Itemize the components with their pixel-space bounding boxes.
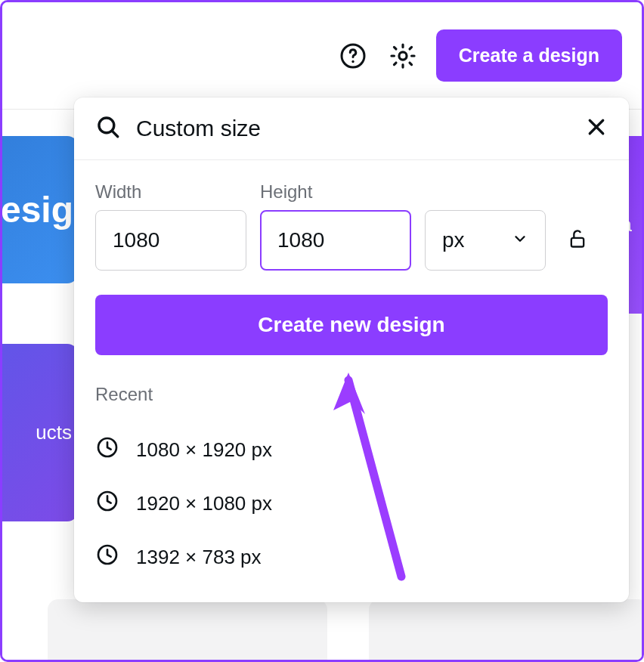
svg-point-1	[351, 60, 354, 62]
clock-icon	[95, 543, 119, 572]
help-icon[interactable]	[336, 39, 370, 73]
custom-size-popover: Custom size Width Height px	[74, 97, 629, 602]
height-label: Height	[260, 181, 411, 203]
recent-item-label: 1920 × 1080 px	[136, 492, 272, 515]
top-bar: Create a design	[2, 2, 642, 110]
dimensions-row: Width Height px	[95, 181, 608, 271]
unit-field-group: px	[425, 181, 546, 271]
recent-item-label: 1080 × 1920 px	[136, 438, 272, 462]
create-a-design-button[interactable]: Create a design	[436, 29, 622, 82]
unit-select[interactable]: px	[425, 210, 546, 271]
recent-item[interactable]: 1920 × 1080 px	[95, 477, 608, 531]
recent-item[interactable]: 1080 × 1920 px	[95, 423, 608, 477]
bg-tile-products: ucts	[0, 344, 78, 521]
bg-card	[369, 599, 644, 662]
popover-header: Custom size	[74, 97, 629, 160]
lock-open-icon	[567, 228, 588, 252]
width-field-group: Width	[95, 181, 246, 271]
height-input[interactable]	[260, 210, 411, 271]
svg-point-2	[399, 51, 407, 59]
lock-aspect-toggle[interactable]	[559, 210, 596, 271]
recent-heading: Recent	[95, 384, 608, 405]
svg-rect-7	[571, 238, 584, 247]
unit-spacer	[425, 181, 546, 203]
chevron-down-icon	[512, 228, 528, 252]
clock-icon	[95, 489, 119, 518]
clock-icon	[95, 435, 119, 465]
create-new-design-button[interactable]: Create new design	[95, 295, 608, 355]
bg-tile-design: esig	[0, 136, 78, 283]
popover-title: Custom size	[136, 116, 570, 141]
height-field-group: Height	[260, 181, 411, 271]
recent-section: Recent 1080 × 1920 px 1920 × 1080 px 139…	[74, 355, 629, 584]
width-input[interactable]	[95, 210, 246, 271]
search-icon	[95, 114, 121, 143]
bg-card	[48, 599, 327, 662]
width-label: Width	[95, 181, 246, 203]
recent-item-label: 1392 × 783 px	[136, 546, 262, 569]
gear-icon[interactable]	[386, 39, 420, 73]
recent-item[interactable]: 1392 × 783 px	[95, 531, 608, 584]
popover-body: Width Height px	[74, 160, 629, 355]
svg-line-4	[113, 131, 118, 137]
close-icon[interactable]	[585, 116, 608, 141]
unit-value: px	[442, 228, 465, 252]
